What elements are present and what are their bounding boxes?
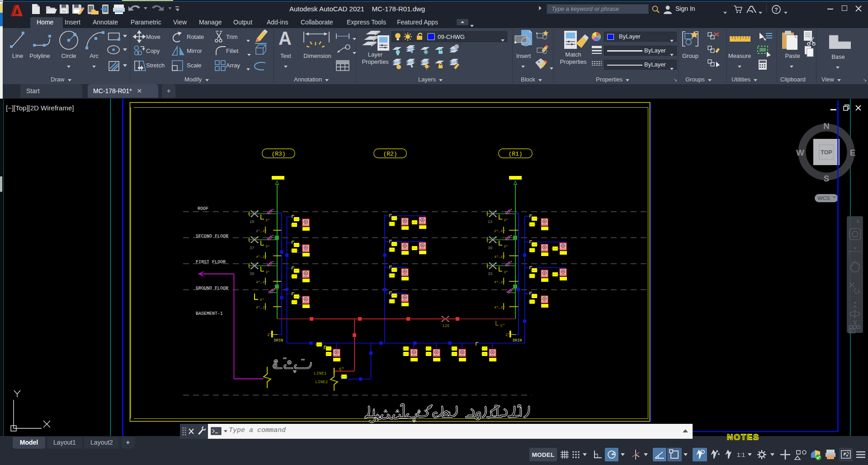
svg-text:19: 19 xyxy=(250,220,254,224)
svg-text:WCS: WCS xyxy=(818,195,830,201)
svg-text:3″: 3″ xyxy=(265,218,270,222)
svg-text:N: N xyxy=(823,121,830,131)
svg-text:4″,2″: 4″,2″ xyxy=(494,305,505,309)
svg-text:TOP: TOP xyxy=(821,149,832,156)
svg-text:(R1): (R1) xyxy=(508,151,522,157)
svg-text:3″: 3″ xyxy=(504,218,508,222)
svg-text:4″,2″: 4″,2″ xyxy=(256,255,267,259)
svg-text:4″,2″: 4″,2″ xyxy=(256,280,267,284)
svg-text:5″: 5″ xyxy=(260,298,264,302)
svg-text:NOTES: NOTES xyxy=(727,433,760,440)
svg-text:4″,2″: 4″,2″ xyxy=(256,305,267,309)
svg-text:39: 39 xyxy=(488,246,492,251)
svg-text:3″: 3″ xyxy=(504,270,508,274)
svg-text:4″,2″: 4″,2″ xyxy=(494,280,505,284)
svg-text:DRIN: DRIN xyxy=(274,338,283,343)
svg-text:DRIN: DRIN xyxy=(513,338,522,343)
svg-text:GROUND FLOOR: GROUND FLOOR xyxy=(196,286,228,291)
svg-text:FIRST FLOOR: FIRST FLOOR xyxy=(196,260,226,265)
svg-text:LINE1: LINE1 xyxy=(314,371,327,376)
svg-text:SECOND FLOOR: SECOND FLOOR xyxy=(196,234,228,239)
svg-text:BASEMENT-1: BASEMENT-1 xyxy=(196,311,223,316)
svg-text:3″: 3″ xyxy=(504,244,508,248)
svg-text:S: S xyxy=(824,174,830,183)
svg-text:4″,2″: 4″,2″ xyxy=(494,255,505,259)
svg-text:E: E xyxy=(850,148,856,157)
svg-text:5″: 5″ xyxy=(500,324,505,328)
svg-text:(R3): (R3) xyxy=(271,151,285,157)
svg-text:2″,2″: 2″,2″ xyxy=(256,229,267,233)
svg-text:3″: 3″ xyxy=(265,244,270,248)
svg-text:5″: 5″ xyxy=(339,367,344,372)
svg-text:13: 13 xyxy=(488,220,492,224)
svg-text:126: 126 xyxy=(442,324,449,328)
svg-text:[−][Top][2D Wireframe]: [−][Top][2D Wireframe] xyxy=(6,104,74,112)
svg-text:LINE2: LINE2 xyxy=(315,380,328,384)
svg-text:W: W xyxy=(796,148,804,157)
svg-text:33: 33 xyxy=(488,272,492,276)
svg-text:?: ? xyxy=(774,7,778,13)
svg-text:39: 39 xyxy=(250,272,254,276)
svg-text:37: 37 xyxy=(250,246,254,251)
svg-text:(R2): (R2) xyxy=(383,151,397,157)
svg-text:2″,2″: 2″,2″ xyxy=(494,229,505,233)
svg-text:3″: 3″ xyxy=(265,270,270,274)
svg-text:ROOF: ROOF xyxy=(198,206,208,211)
